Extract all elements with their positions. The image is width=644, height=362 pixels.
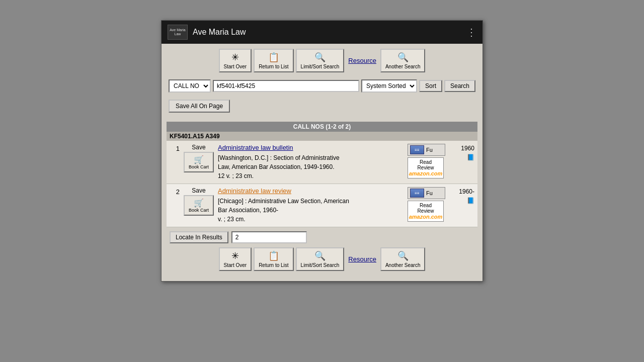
another-search-icon-bottom: 🔍 (397, 250, 409, 261)
fu-label-2: Fu (426, 190, 433, 196)
limit-sort-icon: 🔍 (314, 52, 326, 63)
limit-sort-button-bottom[interactable]: 🔍 Limit/Sort Search (296, 247, 345, 271)
table-row: 2 Save 🛒 Book Cart Administrative law re… (167, 184, 477, 227)
search-input[interactable] (213, 80, 359, 92)
limit-sort-button[interactable]: 🔍 Limit/Sort Search (296, 49, 345, 72)
result-title-2[interactable]: Administrative law review (218, 187, 404, 195)
start-over-button-bottom[interactable]: ✳ Start Over (219, 247, 252, 271)
return-list-icon: 📋 (268, 52, 279, 63)
cart-icon: 🛒 (194, 198, 204, 208)
result-number: 1 (170, 144, 180, 180)
top-toolbar: ✳ Start Over 📋 Return to List 🔍 Limit/So… (167, 49, 477, 72)
book-cart-button-1[interactable]: 🛒 Book Cart (184, 152, 214, 172)
fu-icon: ≡≡ (410, 189, 424, 198)
app-title: Ave Maria Law (193, 28, 246, 37)
resource-link-bottom[interactable]: Resource (348, 255, 376, 263)
result-desc-2: [Chicago] : Administrative Law Section, … (218, 197, 404, 224)
save-all-button[interactable]: Save All On Page (169, 100, 230, 113)
result-links-2: ≡≡ Fu Read Review amazon.com (408, 187, 445, 224)
result-title-1[interactable]: Administrative law bulletin (218, 144, 404, 151)
another-search-button[interactable]: 🔍 Another Search (380, 49, 426, 72)
return-to-list-button[interactable]: 📋 Return to List (254, 49, 293, 72)
result-links-1: ≡≡ Fu Read Review amazon.com (408, 144, 445, 180)
save-area: Save 🛒 Book Cart (184, 187, 214, 224)
save-label: Save (192, 187, 205, 194)
menu-icon[interactable]: ⋮ (466, 26, 476, 38)
sort-select[interactable]: System Sorted (361, 79, 417, 93)
another-search-button-bottom[interactable]: 🔍 Another Search (380, 247, 426, 271)
start-over-button[interactable]: ✳ Start Over (219, 49, 252, 72)
fu-button-1[interactable]: ≡≡ Fu (408, 144, 445, 156)
resource-link[interactable]: Resource (348, 57, 376, 64)
result-main-1: Administrative law bulletin [Washington,… (218, 144, 404, 180)
save-label: Save (192, 144, 205, 151)
search-button[interactable]: Search (444, 80, 475, 92)
start-over-icon: ✳ (231, 52, 239, 63)
results-header: CALL NOS (1-2 of 2) (167, 122, 477, 132)
bottom-toolbar: ✳ Start Over 📋 Return to List 🔍 Limit/So… (167, 247, 477, 271)
year-2: 1960- 📘 (449, 187, 474, 224)
amazon-logo: amazon.com (409, 170, 443, 176)
amazon-button-2[interactable]: Read Review amazon.com (408, 201, 444, 222)
fu-icon: ≡≡ (410, 145, 424, 154)
start-over-icon-bottom: ✳ (231, 250, 239, 261)
table-row: 1 Save 🛒 Book Cart Administrative law bu… (167, 141, 477, 184)
limit-sort-icon-bottom: 🔍 (314, 250, 326, 261)
book-cart-button-2[interactable]: 🛒 Book Cart (184, 195, 214, 216)
app-logo: Ave MariaLaw (168, 25, 188, 40)
amazon-button-1[interactable]: Read Review amazon.com (408, 157, 444, 178)
read-review-label: Read Review (411, 203, 440, 214)
fu-button-2[interactable]: ≡≡ Fu (408, 187, 445, 199)
return-to-list-button-bottom[interactable]: 📋 Return to List (254, 247, 293, 271)
fu-label-1: Fu (426, 147, 433, 153)
locate-bar: Locate In Results (167, 227, 477, 247)
field-select[interactable]: CALL NO (169, 79, 211, 93)
book-image-1: 📘 (449, 154, 474, 161)
search-bar: CALL NO System Sorted Sort Search (167, 77, 477, 95)
save-area: Save 🛒 Book Cart (184, 144, 214, 180)
return-list-icon-bottom: 📋 (268, 250, 279, 261)
another-search-icon: 🔍 (397, 52, 409, 63)
sort-button[interactable]: Sort (419, 80, 442, 92)
result-main-2: Administrative law review [Chicago] : Ad… (218, 187, 404, 224)
result-desc-1: [Washington, D.C.] : Section of Administ… (218, 153, 404, 180)
locate-button[interactable]: Locate In Results (170, 231, 228, 243)
read-review-label: Read Review (411, 159, 440, 170)
year-1: 1960 📘 (449, 144, 474, 180)
results-container: CALL NOS (1-2 of 2) KF5401.A15 A349 1 Sa… (167, 122, 477, 227)
locate-input[interactable] (231, 231, 307, 243)
cart-icon: 🛒 (194, 155, 204, 164)
book-image-2: 📘 (449, 197, 474, 204)
amazon-logo: amazon.com (409, 214, 443, 220)
call-no-bar: KF5401.A15 A349 (167, 132, 477, 141)
result-number: 2 (170, 187, 180, 224)
